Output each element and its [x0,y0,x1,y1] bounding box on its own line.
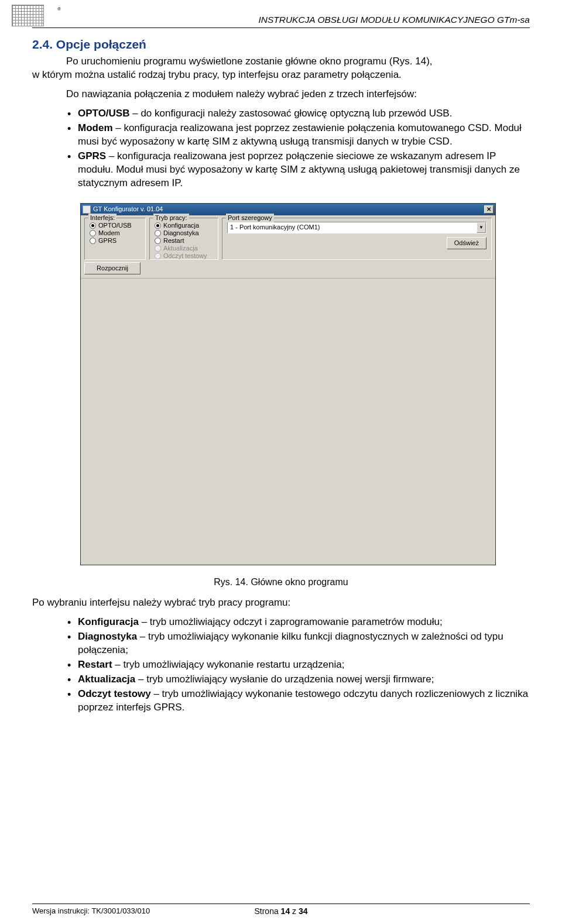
paragraph-line: Po uruchomieniu programu wyświetlone zos… [32,55,530,68]
radio-restart[interactable]: Restart [155,237,213,245]
list-item: Aktualizacja – tryb umożliwiający wysłan… [67,673,530,686]
port-combo[interactable]: 1 - Port komunikacyjny (COM1) ▼ [227,222,486,233]
list-item: GPRS – konfiguracja realizowana jest pop… [67,150,530,190]
list-item-text: – do konfiguracji należy zastosować głow… [129,108,452,119]
radio-label: Odczyt testowy [163,252,207,260]
radio-icon [155,230,161,236]
group-tryb-pracy: Tryb pracy: Konfiguracja Diagnostyka Res… [149,218,218,260]
figure-caption: Rys. 14. Główne okno programu [32,576,530,589]
window-title: GT Konfigurator v. 01.04 [93,205,484,214]
bullet-list: OPTO/USB – do konfiguracji należy zastos… [32,107,530,190]
start-button[interactable]: Rozpocznij [84,262,140,274]
list-item: Restart – tryb umożliwiający wykonanie r… [67,658,530,672]
paragraph: Po wybraniu interfejsu należy wybrać try… [32,596,530,610]
footer-page-label: Strona [254,906,280,916]
action-row: Rozpocznij [81,261,495,278]
paragraph-line: w którym można ustalić rodzaj trybu prac… [32,68,530,82]
footer-page-of: z [290,906,299,916]
list-item: Konfiguracja – tryb umożliwiający odczyt… [67,616,530,629]
group-legend: Tryb pracy: [153,214,189,222]
radio-modem[interactable]: Modem [90,229,140,237]
list-item-term: OPTO/USB [78,108,129,119]
radio-icon [155,238,161,244]
radio-icon [155,222,161,229]
group-port-szeregowy: Port szeregowy 1 - Port komunikacyjny (C… [222,218,492,260]
bullet-list: Konfiguracja – tryb umożliwiający odczyt… [32,616,530,715]
page-footer: Wersja instrukcji: TK/3001/033/010 Stron… [32,904,530,917]
section-title: 2.4. Opcje połączeń [32,36,530,53]
logo-icon [12,5,44,26]
radio-label: GPRS [98,236,116,245]
combo-value: 1 - Port komunikacyjny (COM1) [230,223,320,232]
list-item-term: Odczyt testowy [78,688,151,699]
list-item-text: – tryb umożliwiający wykonanie kilku fun… [78,631,503,655]
radio-odczyt-testowy[interactable]: Odczyt testowy [155,252,213,260]
footer-version: Wersja instrukcji: TK/3001/033/010 [32,906,150,916]
list-item: Odczyt testowy – tryb umożliwiający wyko… [67,688,530,715]
radio-konfiguracja[interactable]: Konfiguracja [155,222,213,229]
group-legend: Interfejs: [88,214,116,222]
app-window: GT Konfigurator v. 01.04 ✕ Interfejs: OP… [80,203,496,565]
list-item-text: – tryb umożliwiający wysłanie do urządze… [135,674,434,685]
list-item: Modem – konfiguracja realizowana jest po… [67,122,530,149]
group-interfejs: Interfejs: OPTO/USB Modem GPRS [84,218,146,260]
registered-mark: ® [57,6,61,13]
logo: ® [12,5,48,26]
radio-icon [90,230,96,236]
radio-icon [155,253,161,259]
chevron-down-icon: ▼ [477,222,486,233]
radio-icon [90,238,96,244]
list-item-text: – konfiguracja realizowana jest poprzez … [78,122,522,147]
radio-aktualizacja[interactable]: Aktualizacja [155,245,213,252]
radio-diagnostyka[interactable]: Diagnostyka [155,229,213,237]
titlebar: GT Konfigurator v. 01.04 ✕ [81,204,495,215]
radio-opto-usb[interactable]: OPTO/USB [90,222,140,229]
list-item-term: Diagnostyka [78,631,137,642]
list-item-term: Modem [78,122,113,133]
list-item: Diagnostyka – tryb umożliwiający wykonan… [67,630,530,657]
list-item-term: Konfiguracja [78,616,139,627]
options-row: Interfejs: OPTO/USB Modem GPRS Tryb prac… [81,215,495,261]
footer-page-current: 14 [281,906,290,916]
refresh-button[interactable]: Odśwież [447,237,486,249]
list-item: OPTO/USB – do konfiguracji należy zastos… [67,107,530,121]
radio-gprs[interactable]: GPRS [90,237,140,245]
list-item-term: Restart [78,659,112,670]
list-item-text: – tryb umożliwiający odczyt i zaprogramo… [139,616,443,627]
list-item-term: Aktualizacja [78,674,135,685]
list-item-text: – konfiguracja realizowana jest poprzez … [78,150,520,188]
list-item-text: – tryb umożliwiający wykonanie restartu … [112,659,345,670]
close-icon[interactable]: ✕ [484,205,494,214]
radio-icon [155,245,161,252]
list-item-term: GPRS [78,150,106,162]
group-legend: Port szeregowy [226,214,274,222]
footer-page-total: 34 [299,906,308,916]
radio-icon [90,222,96,229]
paragraph: Do nawiązania połączenia z modułem należ… [32,88,530,101]
app-icon [83,205,91,214]
client-area [81,278,495,565]
document-header: INSTRUKCJA OBSŁUGI MODUŁU KOMUNIKACYJNEG… [32,14,530,28]
